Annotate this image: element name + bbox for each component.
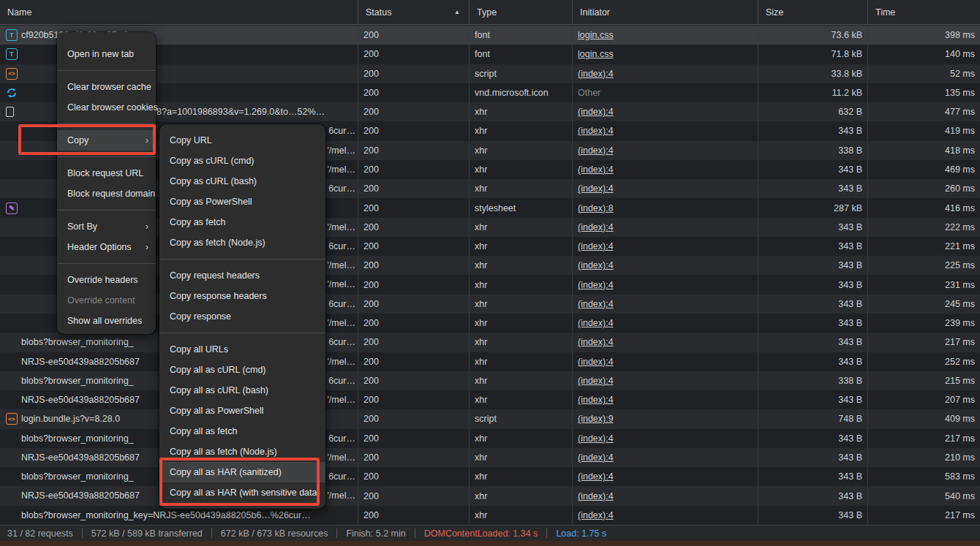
menu-item-copy[interactable]: Copy›	[57, 130, 156, 151]
column-header-size[interactable]: Size	[758, 0, 868, 24]
menu-item-block-request-url[interactable]: Block request URL	[57, 163, 156, 183]
initiator-link[interactable]: (index):4	[578, 510, 614, 520]
initiator-link[interactable]: (index):4	[578, 107, 614, 117]
initiator-link[interactable]: (index):4	[578, 376, 614, 386]
initiator-link[interactable]: (index):4	[578, 164, 614, 175]
submenu-item-copy-all-as-curl-cmd[interactable]: Copy all as cURL (cmd)	[159, 360, 325, 380]
font-resource-icon: T	[6, 48, 18, 60]
table-row[interactable]: NRJS-ee50d439a88205b687'/mel…200xhr(inde…	[0, 486, 980, 505]
submenu-item-copy-response-headers[interactable]: Copy response headers	[159, 286, 325, 306]
size-cell: 343 B	[758, 237, 868, 256]
initiator-cell: (index):4	[573, 141, 758, 160]
status-cell: 200	[358, 237, 470, 256]
submenu-item-copy-all-as-fetch[interactable]: Copy all as fetch	[159, 421, 325, 441]
type-cell: xhr	[470, 314, 573, 333]
table-row[interactable]: blobs?browser_monitoring_6cur…200xhr(ind…	[0, 467, 980, 486]
type-cell: xhr	[470, 121, 573, 140]
initiator-link[interactable]: (index):4	[578, 69, 614, 79]
initiator-link[interactable]: (index):9	[578, 414, 614, 424]
submenu-item-copy-response[interactable]: Copy response	[159, 306, 325, 327]
initiator-link[interactable]: (index):4	[578, 491, 614, 501]
submenu-item-copy-all-urls[interactable]: Copy all URLs	[159, 339, 325, 360]
submenu-item-copy-as-curl-cmd[interactable]: Copy as cURL (cmd)	[159, 151, 325, 171]
submenu-item-copy-as-fetch[interactable]: Copy as fetch	[159, 212, 325, 232]
initiator-link[interactable]: (index):4	[578, 183, 614, 194]
request-name-fragment: '/mel…	[327, 390, 355, 409]
initiator-cell: (index):9	[573, 409, 758, 428]
status-cell: 200	[358, 64, 470, 83]
submenu-item-copy-all-as-curl-bash[interactable]: Copy all as cURL (bash)	[159, 380, 325, 401]
initiator-cell: (index):4	[573, 295, 758, 314]
menu-item-override-headers[interactable]: Override headers	[57, 270, 156, 290]
column-header-status[interactable]: Status▲	[358, 0, 470, 24]
table-row[interactable]: blobs?browser_monitoring_6cur…200xhr(ind…	[0, 333, 980, 352]
table-row[interactable]: blobs?browser_monitoring_6cur…200xhr(ind…	[0, 429, 980, 448]
initiator-link[interactable]: (index):4	[578, 433, 614, 444]
column-header-time[interactable]: Time	[868, 0, 980, 24]
initiator-link[interactable]: (index):4	[578, 126, 614, 136]
initiator-link[interactable]: login.css	[578, 30, 614, 40]
initiator-cell: (index):4	[573, 256, 758, 275]
submenu-item-copy-all-as-powershell[interactable]: Copy all as PowerShell	[159, 401, 325, 421]
submenu-item-copy-as-curl-bash[interactable]: Copy as cURL (bash)	[159, 171, 325, 192]
initiator-link[interactable]: (index):4	[578, 222, 614, 232]
initiator-link[interactable]: (index):4	[578, 241, 614, 251]
initiator-link[interactable]: (index):8	[578, 203, 614, 213]
menu-item-header-options[interactable]: Header Options›	[57, 237, 156, 257]
submenu-item-copy-as-powershell[interactable]: Copy as PowerShell	[159, 192, 325, 212]
status-cell: 200	[358, 506, 470, 525]
initiator-link[interactable]: (index):4	[578, 260, 614, 270]
status-cell: 200	[358, 448, 470, 467]
menu-item-open-in-new-tab[interactable]: Open in new tab	[57, 44, 156, 64]
table-row[interactable]: NRJS-ee50d439a88205b687'/mel…200xhr(inde…	[0, 390, 980, 409]
initiator-link[interactable]: (index):4	[578, 337, 614, 347]
submenu-item-copy-request-headers[interactable]: Copy request headers	[159, 265, 325, 286]
table-row[interactable]: blobs?browser_monitoring_6cur…200xhr(ind…	[0, 371, 980, 390]
column-header-type[interactable]: Type	[470, 0, 573, 24]
request-name-fragment: 6cur…	[328, 333, 355, 352]
submenu-item-copy-all-as-fetch-node-js[interactable]: Copy all as fetch (Node.js)	[159, 441, 325, 462]
submenu-item-copy-all-as-har-with-sensitive-data[interactable]: Copy all as HAR (with sensitive data)	[159, 482, 325, 503]
statusbar-segment: Finish: 5.2 min	[346, 528, 405, 539]
table-row[interactable]: NRJS-ee50d439a88205b687'/mel…200xhr(inde…	[0, 352, 980, 371]
initiator-link[interactable]: (index):4	[578, 395, 614, 405]
size-cell: 73.6 kB	[758, 26, 868, 45]
initiator-link[interactable]: (index):4	[578, 318, 614, 328]
initiator-link[interactable]: login.css	[578, 49, 614, 59]
initiator-cell: (index):4	[573, 448, 758, 467]
request-name: NRJS-ee50d439a88205b687	[21, 390, 140, 409]
submenu-item-copy-all-as-har-sanitized[interactable]: Copy all as HAR (sanitized)	[159, 462, 325, 482]
menu-item-clear-browser-cache[interactable]: Clear browser cache	[57, 77, 156, 97]
request-name: blobs?browser_monitoring_	[21, 467, 134, 486]
request-name-fragment: 6cur…	[328, 121, 355, 140]
menu-item-clear-browser-cookies[interactable]: Clear browser cookies	[57, 97, 156, 118]
initiator-link[interactable]: (index):4	[578, 280, 614, 290]
initiator-link[interactable]: (index):4	[578, 357, 614, 367]
table-row[interactable]: <>login.bundle.js?v=8.28.0200script(inde…	[0, 409, 980, 428]
size-cell: 343 B	[758, 160, 868, 179]
submenu-chevron-icon: ›	[146, 221, 148, 232]
menu-item-show-all-overrides[interactable]: Show all overrides	[57, 311, 156, 331]
request-name-fragment: 6cur…	[328, 429, 355, 448]
submenu-item-copy-as-fetch-node-js[interactable]: Copy as fetch (Node.js)	[159, 232, 325, 253]
request-name-fragment: '/mel…	[327, 160, 355, 179]
menu-item-override-content: Override content	[57, 290, 156, 311]
submenu-item-copy-url[interactable]: Copy URL	[159, 130, 325, 151]
statusbar-segment: 572 kB / 589 kB transferred	[91, 528, 203, 539]
column-header-name[interactable]: Name	[0, 0, 358, 24]
size-cell: 748 B	[758, 409, 868, 428]
initiator-link[interactable]: (index):4	[578, 471, 614, 482]
statusbar-divider	[546, 528, 547, 538]
initiator-link[interactable]: (index):4	[578, 299, 614, 309]
initiator-cell: (index):4	[573, 275, 758, 294]
menu-item-block-request-domain[interactable]: Block request domain	[57, 183, 156, 204]
initiator-link[interactable]: (index):4	[578, 145, 614, 156]
status-cell: 200	[358, 314, 470, 333]
name-cell	[0, 83, 358, 102]
table-row[interactable]: blobs?browser_monitoring_key=NRJS-ee50d4…	[0, 506, 980, 525]
menu-item-sort-by[interactable]: Sort By›	[57, 216, 156, 237]
initiator-link[interactable]: (index):4	[578, 452, 614, 463]
table-row[interactable]: NRJS-ee50d439a88205b687'/mel…200xhr(inde…	[0, 448, 980, 467]
column-header-initiator[interactable]: Initiator	[573, 0, 758, 24]
statusbar-divider	[336, 528, 337, 538]
